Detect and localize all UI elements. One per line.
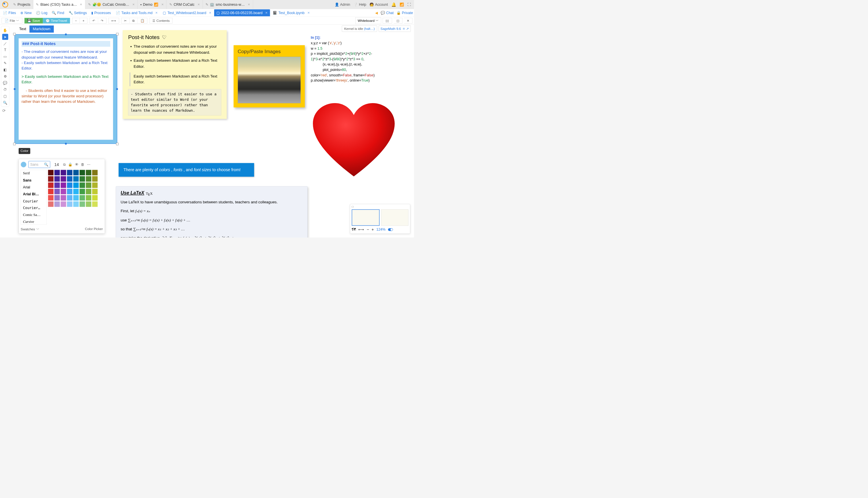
- color-swatch[interactable]: [86, 189, 91, 194]
- color-swatch[interactable]: [73, 182, 79, 188]
- chat-tool[interactable]: 💬: [2, 80, 8, 86]
- eraser-tool[interactable]: ◧: [2, 67, 8, 73]
- color-swatch[interactable]: [80, 201, 85, 207]
- close-icon[interactable]: ✕: [161, 3, 164, 6]
- font-option[interactable]: Courier: [21, 198, 47, 205]
- refresh-icon[interactable]: ⟳: [0, 108, 8, 113]
- color-swatch[interactable]: [60, 170, 66, 175]
- markdown-editor[interactable]: ### Post-it Notes - The creation of conv…: [19, 39, 113, 140]
- zoom-value[interactable]: 124%: [376, 227, 385, 232]
- file-menu-button[interactable]: 📄 File ﹀: [2, 18, 23, 23]
- lock-icon[interactable]: 🔒: [68, 162, 72, 167]
- file-tab-2[interactable]: ▢ 2022-06-03-052235.board✕: [214, 9, 270, 16]
- font-family-list[interactable]: Serif Sans Arial Arial Bl… Courier Couri…: [21, 170, 47, 225]
- color-swatch[interactable]: [80, 170, 85, 175]
- color-swatch[interactable]: [73, 201, 79, 207]
- select-tool[interactable]: ➤: [2, 34, 8, 40]
- wifi-icon[interactable]: 📶: [399, 2, 404, 6]
- current-color-swatch[interactable]: [21, 162, 26, 168]
- color-swatch[interactable]: [54, 195, 60, 200]
- fit-icon[interactable]: ⟷: [358, 227, 364, 232]
- zoom-toggle[interactable]: [388, 228, 393, 231]
- fullscreen-icon[interactable]: ⛶: [407, 2, 411, 6]
- color-swatch[interactable]: [54, 176, 60, 182]
- markdown-mode-tab[interactable]: Markdown: [30, 26, 54, 33]
- undo-button[interactable]: ↶: [90, 18, 98, 23]
- color-swatch[interactable]: [92, 182, 98, 188]
- resize-handle[interactable]: [13, 33, 16, 35]
- color-swatch[interactable]: [73, 170, 79, 175]
- color-swatch[interactable]: [92, 170, 98, 175]
- fit-width-button[interactable]: ⟷: [109, 18, 119, 23]
- project-tab-4[interactable]: ✎ 🏢 smc-business-w… ✕: [203, 0, 253, 9]
- font-option[interactable]: Courier…: [21, 205, 47, 212]
- close-icon[interactable]: ✕: [80, 3, 82, 6]
- file-tab-0[interactable]: 📄 Tasks and Tools.md✕: [113, 9, 160, 16]
- selected-note[interactable]: ### Post-it Notes - The creation of conv…: [15, 34, 118, 144]
- close-panel-button[interactable]: ✕: [404, 18, 412, 23]
- timer-tool[interactable]: ⏱: [2, 87, 8, 92]
- color-swatch[interactable]: [60, 176, 66, 182]
- frame-tool[interactable]: ▢: [2, 93, 8, 99]
- font-option[interactable]: Sans: [21, 177, 47, 184]
- color-swatch[interactable]: [92, 176, 98, 182]
- font-option[interactable]: Serif: [21, 170, 47, 177]
- color-swatch[interactable]: [67, 201, 72, 207]
- hand-tool[interactable]: ✋: [2, 27, 8, 33]
- resize-handle[interactable]: [14, 88, 16, 90]
- color-swatch[interactable]: [86, 201, 91, 207]
- color-swatch[interactable]: [48, 182, 53, 188]
- color-swatch[interactable]: [54, 189, 60, 194]
- pen-tool[interactable]: ✎: [2, 60, 8, 66]
- code-tool[interactable]: ⚙: [2, 73, 8, 79]
- color-swatch[interactable]: [60, 195, 66, 200]
- color-swatch[interactable]: [48, 201, 53, 207]
- minimap-checkbox[interactable]: [352, 206, 353, 208]
- back-icon[interactable]: ◀: [375, 11, 378, 15]
- kernel-select[interactable]: SageMath 9.6 ⚛ ↗: [379, 26, 411, 32]
- timetravel-button[interactable]: 🕒 TimeTravel: [43, 18, 70, 23]
- close-icon[interactable]: ✕: [155, 11, 158, 14]
- styled-text-note[interactable]: There are plenty of colors , fonts , and…: [119, 163, 254, 177]
- private-button[interactable]: 🔒 Private: [396, 11, 413, 15]
- contents-button[interactable]: ☰ Contents: [150, 18, 173, 23]
- page-thumbnail[interactable]: [381, 209, 408, 226]
- color-swatch[interactable]: [48, 195, 53, 200]
- color-swatch[interactable]: [60, 182, 66, 188]
- zoom-in-button[interactable]: +: [371, 227, 374, 232]
- kernel-status[interactable]: Kernel is idle (halt…): [342, 26, 377, 32]
- color-swatch[interactable]: [73, 195, 79, 200]
- color-swatch[interactable]: [54, 201, 60, 207]
- color-swatch[interactable]: [67, 176, 72, 182]
- admin-link[interactable]: 👤 Admin: [335, 2, 350, 6]
- color-swatch[interactable]: [92, 195, 98, 200]
- color-swatch[interactable]: [73, 189, 79, 194]
- color-swatch[interactable]: [67, 170, 72, 175]
- resize-handle[interactable]: [116, 88, 118, 90]
- font-option[interactable]: Comic Sa…: [21, 211, 47, 218]
- font-option[interactable]: Arial: [21, 184, 47, 191]
- resize-handle[interactable]: [116, 33, 119, 35]
- project-tab-3[interactable]: ✎ CRM CoCalc ✕: [166, 0, 203, 9]
- page-thumbnail[interactable]: [352, 209, 379, 226]
- note-tool[interactable]: ▭: [2, 54, 8, 60]
- color-swatch[interactable]: [73, 176, 79, 182]
- new-link[interactable]: ⊕ New: [18, 10, 33, 16]
- code-cell[interactable]: In [1]: x,y,z = var ('x','y','z') w = 1.…: [311, 35, 411, 83]
- color-swatch[interactable]: [60, 189, 66, 194]
- project-tab-1[interactable]: ✎ 🧩😊 CoCalc Omnib… ✕: [85, 0, 137, 9]
- account-link[interactable]: 🧑 Account: [369, 2, 388, 6]
- color-swatch[interactable]: [48, 170, 53, 175]
- resize-handle[interactable]: [65, 33, 67, 35]
- cut-button[interactable]: ✂: [121, 18, 130, 23]
- color-swatch[interactable]: [67, 182, 72, 188]
- close-icon[interactable]: ✕: [209, 11, 212, 14]
- cocalc-logo[interactable]: [2, 1, 8, 8]
- paste-button[interactable]: 📋: [137, 18, 147, 23]
- project-tab-0[interactable]: ✎ Blaec (CSO) Tasks a… ✕: [33, 0, 85, 9]
- color-swatch[interactable]: [86, 182, 91, 188]
- image-note[interactable]: Copy/Paste Images: [234, 45, 305, 107]
- chat-button[interactable]: 💬 Chat: [381, 11, 394, 15]
- font-family-select[interactable]: Sans 🔍: [28, 161, 50, 168]
- close-icon[interactable]: ✕: [248, 3, 250, 6]
